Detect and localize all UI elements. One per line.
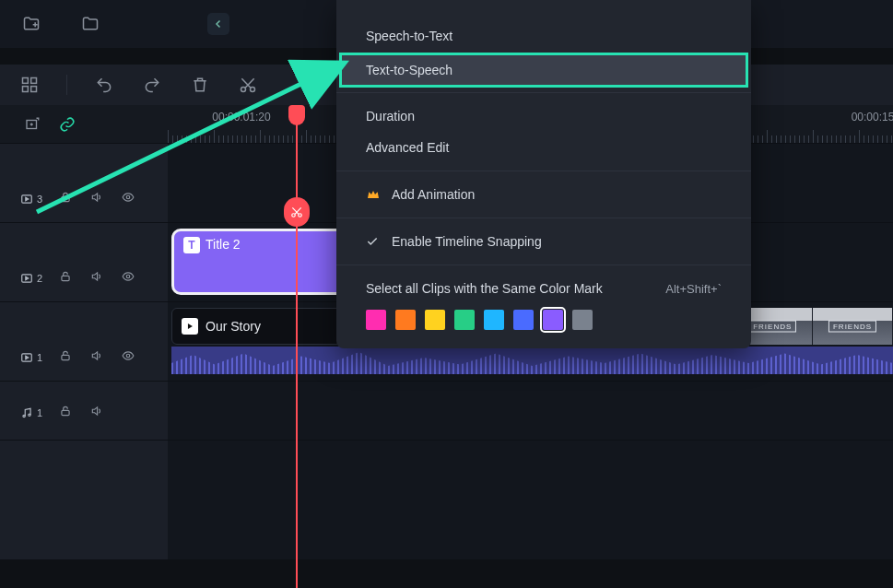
- track-row-empty: [0, 441, 893, 560]
- menu-label: Speech-to-Text: [366, 29, 452, 43]
- color-swatch[interactable]: [425, 310, 445, 330]
- svg-rect-11: [62, 276, 69, 280]
- context-menu: Speech-to-Text Text-to-Speech Duration A…: [336, 0, 751, 348]
- menu-label: Enable Timeline Snapping: [392, 234, 542, 249]
- menu-label: Select all Clips with the Same Color Mar…: [366, 281, 603, 296]
- audio-waveform[interactable]: [171, 347, 893, 374]
- menu-text-to-speech[interactable]: Text-to-Speech: [342, 55, 746, 85]
- svg-point-16: [23, 415, 25, 417]
- track-type-badge[interactable]: 1: [20, 351, 42, 364]
- menu-separator: [336, 265, 751, 265]
- svg-rect-14: [62, 355, 69, 359]
- track-number: 1: [37, 407, 42, 418]
- svg-point-4: [241, 88, 246, 92]
- timecode-label: 00:00:01:20: [212, 111, 270, 123]
- menu-duration[interactable]: Duration: [336, 100, 751, 132]
- thumb-label: FRIENDS: [828, 321, 876, 333]
- svg-point-20: [299, 214, 302, 218]
- svg-point-9: [126, 195, 130, 199]
- track-type-badge[interactable]: 3: [20, 193, 42, 206]
- svg-rect-2: [23, 87, 29, 92]
- speaker-icon[interactable]: [88, 268, 105, 285]
- track-type-badge[interactable]: 1: [20, 406, 42, 419]
- menu-label: Text-to-Speech: [366, 63, 452, 77]
- color-swatch[interactable]: [572, 310, 593, 330]
- svg-rect-18: [62, 410, 69, 415]
- svg-point-17: [29, 414, 30, 416]
- menu-separator: [336, 92, 751, 93]
- speaker-icon[interactable]: [88, 189, 105, 206]
- track-number: 1: [37, 352, 42, 363]
- text-clip-icon: T: [183, 237, 200, 253]
- new-folder-icon[interactable]: [18, 11, 44, 37]
- color-swatch-row: [336, 304, 751, 330]
- menu-label: Duration: [366, 109, 415, 123]
- menu-shortcut: Alt+Shift+`: [665, 282, 722, 296]
- lock-icon[interactable]: [57, 347, 74, 364]
- svg-point-19: [292, 214, 296, 218]
- track-number: 3: [37, 194, 42, 205]
- play-icon: [182, 318, 198, 335]
- menu-separator: [336, 218, 751, 218]
- playhead-handle[interactable]: [288, 105, 305, 125]
- track-type-badge[interactable]: 2: [20, 272, 42, 285]
- speaker-icon[interactable]: [88, 403, 105, 419]
- undo-button[interactable]: [93, 74, 115, 96]
- color-swatch[interactable]: [513, 310, 534, 330]
- svg-rect-0: [23, 78, 29, 84]
- video-clip-label: Our Story: [206, 319, 261, 334]
- menu-select-same-color[interactable]: Select all Clips with the Same Color Mar…: [336, 273, 751, 304]
- collapse-panel-button[interactable]: [207, 13, 229, 35]
- lock-icon[interactable]: [57, 189, 74, 206]
- menu-advanced-edit[interactable]: Advanced Edit: [336, 132, 751, 163]
- eye-icon[interactable]: [120, 189, 136, 206]
- svg-point-15: [126, 354, 130, 358]
- add-track-button[interactable]: [24, 116, 41, 133]
- svg-point-12: [126, 275, 130, 278]
- svg-rect-1: [31, 78, 37, 84]
- svg-rect-3: [31, 87, 37, 92]
- toolbar-divider: [66, 75, 67, 95]
- grid-icon[interactable]: [18, 74, 41, 96]
- color-swatch[interactable]: [395, 310, 416, 330]
- lock-icon[interactable]: [57, 268, 74, 285]
- svg-point-5: [251, 88, 255, 92]
- folder-icon[interactable]: [77, 11, 103, 37]
- color-swatch[interactable]: [366, 310, 386, 330]
- lock-icon[interactable]: [57, 403, 74, 419]
- thumb-label: FRIENDS: [748, 321, 796, 333]
- playhead[interactable]: [296, 105, 298, 588]
- delete-button[interactable]: [189, 74, 211, 96]
- title-clip-label: Title 2: [206, 237, 241, 252]
- menu-speech-to-text[interactable]: Speech-to-Text: [336, 20, 751, 52]
- color-swatch[interactable]: [543, 310, 563, 330]
- color-swatch[interactable]: [484, 310, 504, 330]
- menu-add-animation[interactable]: Add Animation: [336, 179, 751, 210]
- check-icon: [366, 235, 381, 248]
- eye-icon[interactable]: [120, 347, 136, 364]
- cut-button[interactable]: [237, 74, 259, 96]
- playhead-cut-button[interactable]: [284, 197, 310, 227]
- eye-icon[interactable]: [120, 268, 136, 285]
- speaker-icon[interactable]: [88, 347, 105, 364]
- track-number: 2: [37, 273, 42, 284]
- menu-separator: [336, 171, 751, 171]
- crown-icon: [366, 187, 381, 202]
- link-icon[interactable]: [59, 116, 76, 133]
- menu-label: Advanced Edit: [366, 140, 449, 155]
- menu-enable-snapping[interactable]: Enable Timeline Snapping: [336, 226, 751, 257]
- redo-button[interactable]: [141, 74, 163, 96]
- menu-label: Add Animation: [392, 187, 475, 202]
- timecode-label: 00:00:15:0: [852, 111, 893, 123]
- color-swatch[interactable]: [454, 310, 475, 330]
- track-row-audio: 1: [0, 382, 893, 441]
- svg-rect-8: [62, 196, 69, 201]
